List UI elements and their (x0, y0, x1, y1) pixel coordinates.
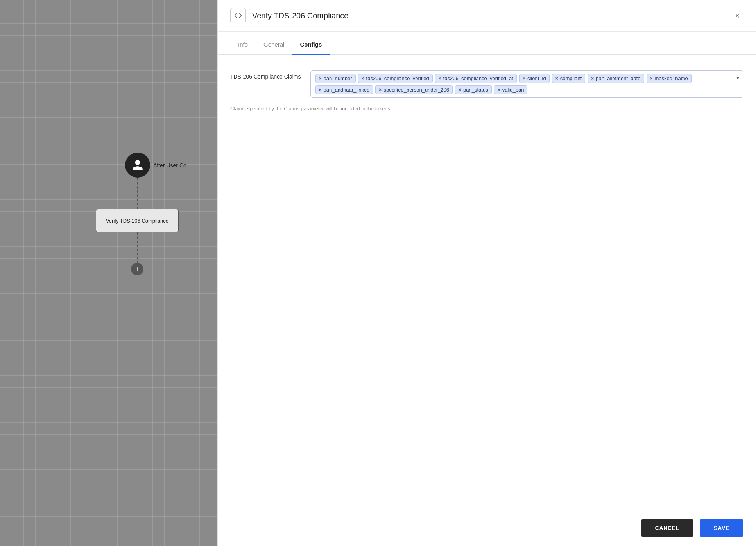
hint-text: Claims specified by the Claims parameter… (230, 106, 743, 111)
tab-configs[interactable]: Configs (292, 35, 330, 55)
tag-remove-pan-allotment-date[interactable]: × (591, 76, 594, 81)
user-node (125, 153, 150, 178)
tag-label-pan-allotment-date: pan_allotment_date (596, 75, 640, 81)
dialog-header: Verify TDS-206 Compliance × (218, 0, 756, 32)
tag-label-pan-number: pan_number (324, 75, 352, 81)
tag-remove-specified-person[interactable]: × (379, 87, 382, 93)
claims-field-row: TDS-206 Compliance Claims × pan_number ×… (230, 70, 743, 98)
code-icon-button[interactable] (230, 8, 246, 23)
close-button[interactable]: × (731, 9, 743, 22)
tag-remove-pan-aadhaar-linked[interactable]: × (319, 87, 322, 93)
tag-pan-number: × pan_number (315, 74, 356, 83)
tag-valid-pan: × valid_pan (494, 85, 528, 94)
tabs-bar: Info General Configs (218, 35, 756, 55)
tag-remove-client-id[interactable]: × (523, 76, 525, 81)
tag-label-masked-name: masked_name (655, 75, 688, 81)
connector-bottom (137, 232, 138, 264)
tab-info[interactable]: Info (230, 35, 256, 55)
tag-remove-masked-name[interactable]: × (650, 76, 653, 81)
tab-general[interactable]: General (256, 35, 292, 55)
dialog-actions: CANCEL SAVE (218, 510, 756, 546)
close-icon: × (735, 11, 740, 20)
tag-remove-pan-number[interactable]: × (319, 76, 322, 81)
save-button[interactable]: SAVE (700, 519, 743, 537)
add-node-button[interactable]: + (131, 263, 143, 275)
tag-tds206-verified-at: × tds206_compliance_verified_at (435, 74, 517, 83)
tag-remove-tds206-verified-at[interactable]: × (439, 76, 441, 81)
user-node-label: After User Co... (153, 162, 191, 169)
cancel-button[interactable]: CANCEL (641, 519, 694, 537)
verify-node-label: Verify TDS-206 Compliance (106, 218, 168, 224)
tag-tds206-verified: × tds206_compliance_verified (358, 74, 433, 83)
tag-label-specified-person: specified_person_under_206 (383, 87, 449, 93)
claims-tags-container[interactable]: × pan_number × tds206_compliance_verifie… (310, 70, 743, 98)
tag-label-tds206-verified: tds206_compliance_verified (366, 75, 429, 81)
tags-dropdown-arrow[interactable]: ▾ (736, 75, 739, 81)
tag-client-id: × client_id (519, 74, 550, 83)
tag-remove-pan-status[interactable]: × (459, 87, 461, 93)
tag-label-tds206-verified-at: tds206_compliance_verified_at (443, 75, 513, 81)
tag-pan-allotment-date: × pan_allotment_date (588, 74, 644, 83)
dialog-header-left: Verify TDS-206 Compliance (230, 8, 348, 23)
verify-node-box[interactable]: Verify TDS-206 Compliance (96, 209, 179, 232)
tag-label-valid-pan: valid_pan (502, 87, 524, 93)
tag-label-pan-status: pan_status (463, 87, 488, 93)
tag-label-pan-aadhaar-linked: pan_aadhaar_linked (324, 87, 370, 93)
dialog-panel: Verify TDS-206 Compliance × Info General… (217, 0, 756, 546)
tag-remove-valid-pan[interactable]: × (498, 87, 500, 93)
tag-remove-tds206-verified[interactable]: × (362, 76, 364, 81)
code-icon (234, 12, 242, 20)
tag-pan-aadhaar-linked: × pan_aadhaar_linked (315, 85, 373, 94)
tag-pan-status: × pan_status (455, 85, 492, 94)
tag-remove-compliant[interactable]: × (555, 76, 558, 81)
plus-icon: + (135, 265, 140, 273)
claims-field-label: TDS-206 Compliance Claims (230, 70, 301, 80)
canvas-background: After User Co... Verify TDS-206 Complian… (0, 0, 217, 546)
tag-compliant: × compliant (552, 74, 586, 83)
tag-specified-person: × specified_person_under_206 (375, 85, 453, 94)
user-icon (131, 159, 144, 171)
tag-label-client-id: client_id (527, 75, 546, 81)
tag-label-compliant: compliant (560, 75, 582, 81)
tag-masked-name: × masked_name (647, 74, 692, 83)
dialog-title: Verify TDS-206 Compliance (252, 11, 348, 20)
dialog-content: TDS-206 Compliance Claims × pan_number ×… (218, 55, 756, 510)
connector-top (137, 178, 138, 209)
